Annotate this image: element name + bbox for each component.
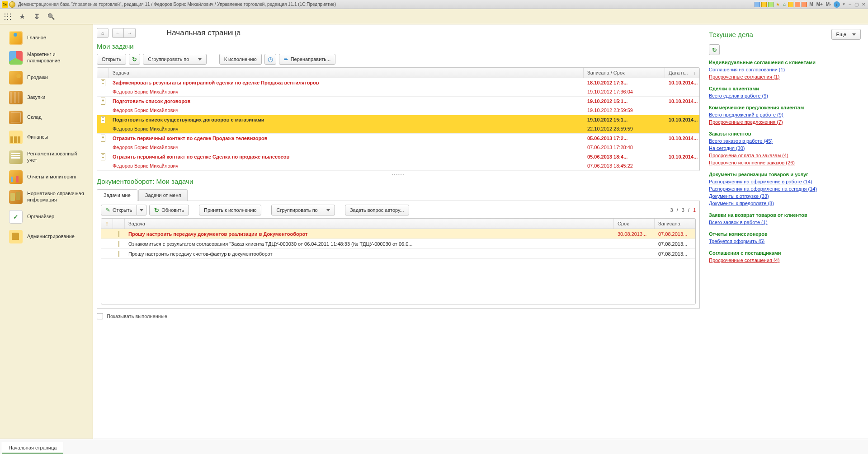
col-date-header[interactable]: Дата н...↓	[665, 68, 699, 78]
side-link[interactable]: Просроченные предложения (7)	[709, 119, 861, 125]
side-link[interactable]: Документы к предоплате (8)	[709, 201, 861, 206]
docflow-row[interactable]: Прошу настроить передачу счетов-фактур в…	[101, 249, 695, 259]
task-row[interactable]: Зафиксировать результаты проигранной сде…	[97, 78, 699, 97]
bottom-tabs: Начальная страница	[0, 439, 868, 454]
task-date: 10.10.2014...	[665, 98, 699, 105]
df-col-due[interactable]: Срок	[614, 219, 655, 229]
search-icon[interactable]	[47, 13, 55, 21]
history-icon[interactable]	[33, 13, 41, 21]
df-col-flag[interactable]: !	[101, 219, 113, 229]
side-link[interactable]: Просроченные соглашения (1)	[709, 74, 861, 80]
home-icon[interactable]: ⌂	[782, 2, 787, 7]
task-deadline: 07.06.2013 18:45:22	[584, 162, 665, 169]
maximize-icon[interactable]: ▢	[854, 2, 859, 7]
tab-tasks-to-me[interactable]: Задачи мне	[97, 189, 137, 201]
side-link[interactable]: Соглашения на согласовании (1)	[709, 67, 861, 72]
m-minus-button[interactable]: M-	[825, 2, 832, 7]
home-button[interactable]: ⌂	[97, 28, 108, 38]
side-link[interactable]: Просрочено исполнение заказов (26)	[709, 160, 861, 165]
back-button[interactable]: ←	[112, 28, 124, 38]
redirect-button[interactable]: Перенаправить...	[279, 54, 336, 65]
sidebar-item-reports[interactable]: Отчеты и мониторинг	[0, 167, 93, 187]
refresh-df-button[interactable]: Обновить	[149, 205, 189, 215]
task-name: Отразить первичный контакт по сделке Сде…	[109, 153, 584, 160]
group-by-df-button[interactable]: Сгруппировать по	[271, 205, 335, 215]
close-icon[interactable]: ✕	[861, 2, 866, 7]
side-link[interactable]: Всего заказов в работе (45)	[709, 138, 861, 144]
info-icon[interactable]: i	[834, 1, 840, 8]
more-label: Еще	[836, 32, 846, 37]
sidebar-item-organizer[interactable]: Органайзер	[0, 207, 93, 227]
info-dropdown-icon[interactable]: ▼	[841, 2, 847, 6]
doc-icon	[101, 116, 105, 123]
open-split-button[interactable]: Открыть	[101, 205, 146, 215]
side-link[interactable]: Требуется оформить (5)	[709, 239, 861, 244]
accept-button[interactable]: Принять к исполнению	[199, 205, 261, 215]
sys-icon-7[interactable]	[802, 2, 807, 7]
minimize-icon[interactable]: –	[848, 2, 852, 7]
side-link[interactable]: Всего сделок в работе (9)	[709, 93, 861, 98]
sidebar-item-label: Закупки	[27, 94, 45, 101]
sections-icon[interactable]	[4, 13, 12, 21]
sidebar-item-label: Регламентированный учет	[27, 151, 88, 164]
task-row[interactable]: Подготовить список существующих договоро…	[97, 115, 699, 134]
task-row[interactable]: Подготовить список договоров19.10.2012 1…	[97, 97, 699, 115]
open-button-df[interactable]: Открыть	[101, 205, 137, 215]
side-link[interactable]: Всего заявок в работе (1)	[709, 220, 861, 225]
group-by-df-label: Сгруппировать по	[276, 207, 317, 213]
ask-author-button[interactable]: Задать вопрос автору...	[345, 205, 409, 215]
main-icon	[9, 31, 23, 45]
col-recorded-header[interactable]: Записана / Срок	[584, 68, 665, 78]
col-icon-header[interactable]	[97, 68, 109, 78]
side-link[interactable]: Просроченные соглашения (4)	[709, 257, 861, 263]
sidebar-item-regulated[interactable]: Регламентированный учет	[0, 147, 93, 167]
side-link[interactable]: На сегодня (30)	[709, 145, 861, 151]
m-button[interactable]: M	[808, 2, 814, 7]
open-button[interactable]: Открыть	[97, 54, 126, 65]
sidebar-item-reference[interactable]: Нормативно-справочная информация	[0, 187, 93, 207]
task-row[interactable]: Отразить первичный контакт по сделке Сде…	[97, 152, 699, 171]
sidebar-item-purchases[interactable]: Закупки	[0, 88, 93, 108]
sys-icon-5[interactable]	[788, 2, 793, 7]
side-link[interactable]: Распоряжения на оформление на сегодня (1…	[709, 186, 861, 192]
side-group: Документы реализации товаров и услугРасп…	[709, 172, 861, 206]
side-refresh-button[interactable]	[709, 44, 720, 55]
sidebar-item-stock[interactable]: Склад	[0, 108, 93, 127]
group-by-button[interactable]: Сгруппировать по	[143, 54, 206, 65]
m-plus-button[interactable]: M+	[816, 2, 824, 7]
forward-button[interactable]: →	[124, 28, 136, 38]
bottom-tab-start[interactable]: Начальная страница	[2, 442, 63, 454]
side-link[interactable]: Всего предложений в работе (9)	[709, 112, 861, 117]
side-group-header: Сделки с клиентами	[709, 86, 861, 91]
df-col-written[interactable]: Записана	[655, 219, 695, 229]
docflow-row[interactable]: Ознакомиться с результатом согласования …	[101, 239, 695, 249]
docflow-row[interactable]: Прошу настроить передачу документов реал…	[101, 229, 695, 239]
side-link[interactable]: Документы к отгрузке (33)	[709, 193, 861, 199]
app-menu-icon[interactable]	[9, 1, 15, 8]
star-icon[interactable]: ★	[775, 2, 781, 7]
show-done-checkbox[interactable]	[97, 313, 103, 319]
sys-icon-2[interactable]	[761, 2, 767, 7]
side-link[interactable]: Просрочена оплата по заказам (4)	[709, 153, 861, 158]
sys-icon-1[interactable]	[755, 2, 760, 7]
task-row[interactable]: Отразить первичный контакт по сделке Про…	[97, 134, 699, 152]
open-dropdown[interactable]	[137, 205, 146, 215]
clock-button[interactable]	[264, 54, 276, 65]
sys-icon-3[interactable]	[768, 2, 774, 7]
df-col-icon[interactable]	[113, 219, 125, 229]
col-task-header[interactable]: Задача	[109, 68, 584, 78]
sidebar-item-main[interactable]: Главное	[0, 28, 93, 48]
sys-icon-6[interactable]	[795, 2, 800, 7]
to-execution-button[interactable]: К исполнению	[219, 54, 262, 65]
side-link[interactable]: Распоряжения на оформление в работе (14)	[709, 179, 861, 184]
tab-tasks-from-me[interactable]: Задачи от меня	[138, 189, 188, 201]
df-col-task[interactable]: Задача	[125, 219, 614, 229]
refresh-button[interactable]	[129, 54, 140, 65]
more-button[interactable]: Еще	[831, 29, 861, 40]
sidebar-item-admin[interactable]: Администрирование	[0, 227, 93, 247]
sidebar-item-marketing[interactable]: Маркетинг и планирование	[0, 48, 93, 68]
splitter-grip[interactable]: ••••••	[97, 172, 700, 176]
sidebar-item-finance[interactable]: Финансы	[0, 127, 93, 147]
sidebar-item-sales[interactable]: Продажи	[0, 68, 93, 88]
favorites-icon[interactable]	[18, 13, 26, 21]
